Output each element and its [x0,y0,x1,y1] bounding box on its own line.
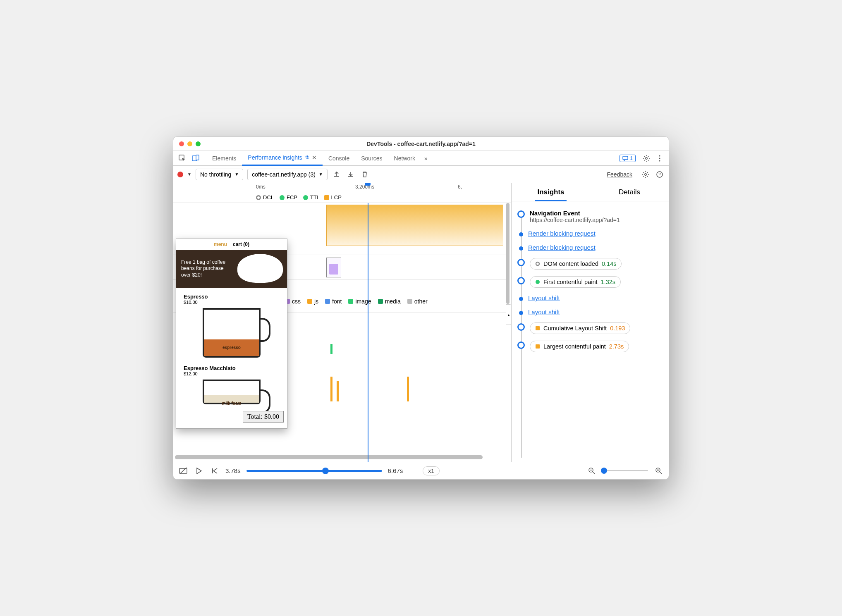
tab-sources[interactable]: Sources [355,151,388,166]
kebab-menu-icon[interactable] [654,153,665,164]
pane-collapse-icon[interactable]: ▸ [506,304,511,325]
preview-cup-image [237,254,283,283]
panel-settings-icon[interactable] [641,170,651,179]
tab-details[interactable]: Details [590,183,669,201]
preview-mug-icon: milk foam [203,380,261,404]
rewind-icon[interactable] [210,466,220,476]
render-blocking-link[interactable]: Render blocking request [528,230,596,237]
tab-insights[interactable]: Insights [512,183,590,201]
playhead-line [368,203,368,462]
perf-toolbar: ▼ No throttling ▼ coffee-cart.netlify.ap… [173,166,669,183]
playhead-handle[interactable] [365,183,371,186]
speed-pill[interactable]: x1 [423,466,440,475]
end-time: 6.67s [388,467,403,474]
minimize-window-button[interactable] [187,141,192,146]
svg-rect-14 [536,344,540,349]
font-swatch-icon [325,299,330,304]
preview-product-name: Espresso [184,294,280,300]
feedback-link[interactable]: Feedback [607,171,632,178]
image-swatch-icon [348,299,353,304]
settings-icon[interactable] [641,153,652,164]
tab-elements[interactable]: Elements [206,151,242,166]
tab-console[interactable]: Console [323,151,355,166]
zoom-slider[interactable] [603,470,648,471]
no-screenshot-icon[interactable] [178,466,188,476]
event-marker-icon [517,210,525,218]
tab-performance-insights[interactable]: Performance insights ⚗ ✕ [242,151,323,166]
export-icon[interactable] [332,170,342,179]
horizontal-scrollbar[interactable] [175,455,510,460]
devtools-window: DevTools - coffee-cart.netlify.app/?ad=1… [173,136,669,480]
resource-legend: css js font image media other [285,298,428,305]
lcp-chip[interactable]: Largest contentful paint 2.73s [530,341,629,352]
render-blocking-link[interactable]: Render blocking request [528,244,596,251]
help-icon[interactable]: ? [655,170,665,179]
device-toolbar-icon[interactable] [190,153,201,164]
fcp-icon [280,195,285,200]
zoom-slider-knob[interactable] [601,468,607,474]
cls-chip[interactable]: Cumulative Layout Shift 0.193 [530,322,630,334]
tab-network[interactable]: Network [388,151,421,166]
main-thread-block[interactable] [326,205,503,246]
event-dot-icon [519,232,523,236]
preview-product-price: $12.00 [184,371,280,376]
preview-mug-icon: espresso [203,308,261,358]
lcp-chip-icon [535,344,540,349]
insights-list: Navigation Event https://coffee-cart.net… [512,201,669,462]
window-title: DevTools - coffee-cart.netlify.app/?ad=1 [366,141,476,147]
dcl-chip[interactable]: DOM content loaded 0.14s [530,258,622,270]
throttling-select[interactable]: No throttling ▼ [196,169,243,180]
timeline-body[interactable]: ▶ ▶ css js font image media other [173,203,511,462]
more-tabs-icon[interactable]: » [421,151,431,166]
insights-pane: Insights Details Navigation Event https:… [512,183,669,462]
svg-point-7 [659,160,660,161]
svg-point-6 [659,158,660,159]
screenshot-preview: menu cart (0) Free 1 bag of coffee beans… [176,239,287,429]
event-marker-icon [517,341,525,349]
titlebar: DevTools - coffee-cart.netlify.app/?ad=1 [173,137,669,151]
event-bar[interactable] [407,377,409,401]
zoom-window-button[interactable] [196,141,201,146]
record-options-caret[interactable]: ▼ [187,172,191,177]
close-window-button[interactable] [179,141,184,146]
svg-rect-3 [623,156,628,160]
zoom-in-icon[interactable] [654,466,664,476]
vertical-scrollbar[interactable] [506,203,510,455]
record-button[interactable] [177,172,183,177]
event-dot-icon [519,311,523,315]
marker-tti: TTI [303,194,318,201]
event-marker-icon [517,277,525,284]
fcp-chip[interactable]: First contentful paint 1.32s [530,276,621,288]
preview-cart-link: cart (0) [233,241,249,247]
event-dot-icon [519,297,523,301]
preview-product-name: Espresso Macchiato [184,365,280,371]
play-icon[interactable] [194,466,204,476]
time-slider-knob[interactable] [322,468,329,474]
event-bar[interactable] [330,377,332,401]
event-dot-icon [519,246,523,251]
time-ruler[interactable]: 0ms 3,200ms 6, [173,183,511,192]
page-select[interactable]: coffee-cart.netlify.app (3) ▼ [247,169,327,180]
close-tab-icon[interactable]: ✕ [312,154,317,161]
messages-badge[interactable]: 1 [620,155,636,162]
svg-point-5 [659,155,660,156]
svg-line-20 [593,472,595,474]
svg-text:?: ? [658,172,661,177]
import-icon[interactable] [346,170,356,179]
preview-total: Total: $0.00 [243,411,284,423]
window-controls [179,141,201,146]
delete-icon[interactable] [360,170,370,179]
ruler-tick: 6, [458,184,462,190]
event-bar[interactable] [337,381,339,401]
layout-shift-link[interactable]: Layout shift [528,294,560,301]
filmstrip-thumb[interactable] [326,258,341,277]
time-slider[interactable] [246,470,382,472]
nav-event-url: https://coffee-cart.netlify.app/?ad=1 [530,217,663,223]
preview-product-price: $10.00 [184,300,280,305]
svg-point-8 [645,173,646,175]
zoom-out-icon[interactable] [587,466,597,476]
svg-line-24 [660,472,662,474]
inspect-element-icon[interactable] [177,153,188,164]
svg-point-11 [536,262,539,265]
layout-shift-link[interactable]: Layout shift [528,308,560,315]
